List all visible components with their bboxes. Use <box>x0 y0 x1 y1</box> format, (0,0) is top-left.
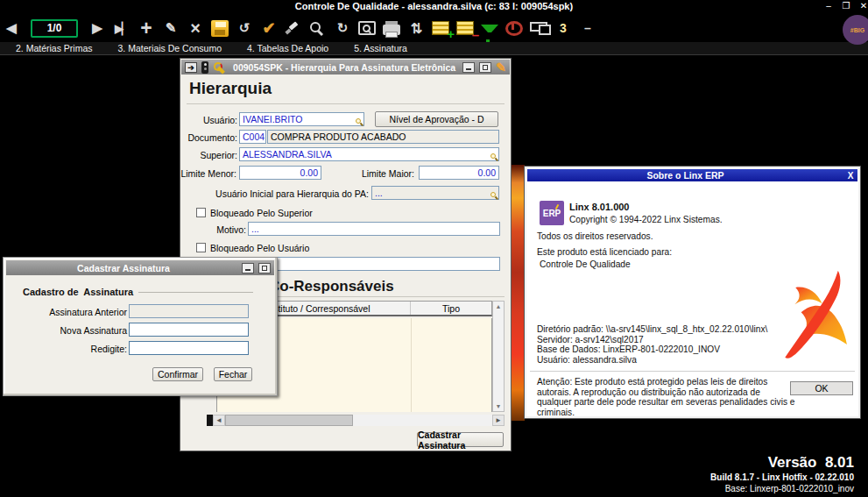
lookup-icon[interactable] <box>490 153 498 161</box>
about-close-button[interactable]: X <box>843 171 857 181</box>
nivel-aprovacao-button[interactable]: Nível de Aprovação - D <box>375 111 498 127</box>
window-minimize-button[interactable]: – <box>822 1 836 11</box>
about-titlebar[interactable]: Sobre o Linx ERP X <box>527 169 857 181</box>
print-icon[interactable] <box>383 25 400 35</box>
superior-field[interactable]: ALESSANDRA.SILVA <box>239 147 499 161</box>
session-count: 3 <box>554 17 572 39</box>
record-indicator <box>207 415 213 426</box>
remove-item-icon[interactable] <box>456 21 474 35</box>
scroll-up-icon[interactable]: ▲ <box>496 302 502 311</box>
cadastrar-titlebar[interactable]: Cadastrar Assinatura <box>6 260 274 275</box>
save-icon[interactable] <box>211 20 229 37</box>
nova-assinatura-label: Nova Assinatura <box>21 325 127 336</box>
lookup-icon[interactable] <box>490 192 498 200</box>
coresponsaveis-heading: Co-Responsáveis <box>269 278 394 295</box>
cadastrar-assinatura-button[interactable]: Cadastrar Assinatura <box>417 432 504 447</box>
usuario-field[interactable]: IVANEI.BRITO <box>239 112 364 126</box>
exit-icon[interactable]: ➔ <box>185 62 197 73</box>
motivo-field[interactable]: ... <box>248 222 500 236</box>
background-linx-logo-sliver <box>512 165 525 421</box>
scroll-down-icon[interactable]: ▼ <box>496 401 502 411</box>
heading-divider <box>187 103 505 104</box>
stop-icon[interactable] <box>505 21 523 36</box>
bloqueado-usuario-checkbox[interactable] <box>196 243 206 252</box>
wrench-icon[interactable] <box>213 61 226 74</box>
lookup-icon[interactable] <box>356 118 363 126</box>
dialog-maximize-button[interactable] <box>258 263 271 273</box>
assinatura-anterior-field <box>129 304 249 318</box>
tab-5[interactable]: 5. Assinatura <box>354 43 407 53</box>
screens-icon[interactable] <box>530 22 547 32</box>
limite-menor-field[interactable]: 0.00 <box>239 166 321 180</box>
documento-desc-field: COMPRA PRODUTO ACABADO <box>267 130 499 144</box>
toolbar-dash: – <box>579 17 596 39</box>
preview-icon[interactable] <box>358 21 376 35</box>
filter-icon[interactable] <box>481 25 498 32</box>
hierarchy-traffic-icon[interactable] <box>201 61 208 74</box>
rights-text: Todos os direitos reservados. <box>537 231 653 241</box>
about-divider <box>530 371 855 372</box>
base-text: Base: Linxerp-801-0222010_inov <box>710 484 854 493</box>
about-dialog: Sobre o Linx ERP X ERP Linx 8.01.000 Cop… <box>525 167 860 418</box>
tab-4[interactable]: 4. Tabelas De Apoio <box>247 43 328 53</box>
versao-text: Versão 8.01 <box>710 454 854 472</box>
app-window: Controle De Qualidade - alessandra.silva… <box>0 0 868 497</box>
revert-icon[interactable]: ↺ <box>236 17 253 39</box>
clear-brush-icon[interactable] <box>285 21 302 36</box>
server-text: Servidor: a-srv142\sql2017 <box>537 335 644 344</box>
delete-record-button[interactable]: × <box>187 17 204 39</box>
scroll-left-icon[interactable]: ◄ <box>213 415 225 426</box>
limite-maior-field[interactable]: 0.00 <box>419 166 499 180</box>
ok-button[interactable]: OK <box>790 381 853 395</box>
record-counter: 1/0 <box>31 19 78 38</box>
sort-az-icon[interactable]: ⇅ <box>407 17 425 39</box>
column-tipo[interactable]: Tipo <box>411 302 491 315</box>
add-record-button[interactable]: + <box>138 17 155 39</box>
scroll-right-icon[interactable]: ► <box>492 415 505 426</box>
nova-assinatura-field[interactable] <box>129 323 249 337</box>
cadastro-group: Cadastro de Assinatura <box>23 287 253 297</box>
fechar-button[interactable]: Fechar <box>214 367 252 381</box>
directory-text: Diretório padrão: \\a-srv145\linx_sql_8_… <box>537 324 767 334</box>
copyright-text: Copyright © 1994-2022 Linx Sistemas. <box>569 215 723 224</box>
motivo-usuario-field[interactable] <box>248 257 500 271</box>
redigite-field[interactable] <box>129 341 249 355</box>
table-horizontal-scrollbar[interactable]: ◄ ► <box>207 415 505 426</box>
first-record-button[interactable]: ◀ <box>3 17 20 39</box>
hierarquia-heading: Hierarquia <box>189 79 272 98</box>
search-icon[interactable] <box>309 21 327 36</box>
tab-3[interactable]: 3. Materiais De Consumo <box>118 43 222 53</box>
limite-menor-label: Limite Menor: <box>180 168 236 179</box>
scrollbar-track[interactable] <box>353 415 492 426</box>
tab-2[interactable]: 2. Matérias Primas <box>16 43 93 53</box>
confirmar-button[interactable]: Confirmar <box>152 367 203 381</box>
dialog-maximize-button[interactable] <box>479 62 491 73</box>
limite-maior-label: Limite Maior: <box>358 168 414 179</box>
bloqueado-superior-label: Bloqueado Pelo Superior <box>210 208 313 218</box>
edit-record-button[interactable]: ✎ <box>162 17 180 39</box>
refresh-icon[interactable]: ↻ <box>334 17 351 39</box>
bloqueado-superior-checkbox[interactable] <box>196 208 206 217</box>
add-item-icon[interactable] <box>432 21 449 35</box>
table-vertical-scrollbar[interactable]: ▲ ▼ <box>492 301 505 412</box>
edit-pencil-icon[interactable]: ✎ <box>496 60 506 75</box>
confirm-icon[interactable]: ✔ <box>260 17 278 39</box>
dialog-minimize-button[interactable] <box>462 62 475 73</box>
version-footer: Versão 8.01 Build 8.1.7 - Linx Hotfix - … <box>710 454 854 493</box>
build-text: Build 8.1.7 - Linx Hotfix - 02.22.010 <box>710 472 854 482</box>
next-record-button[interactable]: ▶ <box>88 17 106 39</box>
window-restore-button[interactable]: ❐ <box>839 1 853 11</box>
cadastrar-assinatura-dialog: Cadastrar Assinatura Cadastro de Assinat… <box>3 257 278 396</box>
hierarquia-titlebar[interactable]: ➔ 009054SPK - Hierarquia Para Assinatura… <box>181 60 510 75</box>
usuario-inicial-field[interactable]: ... <box>371 186 499 200</box>
documento-code-field[interactable]: C004 <box>239 130 266 144</box>
last-record-button[interactable]: ▶▏ <box>113 17 131 39</box>
superior-label: Superior: <box>185 150 237 160</box>
usuario-label: Usuário: <box>185 115 237 125</box>
scrollbar-thumb[interactable] <box>225 415 353 426</box>
user-text: Usuário: alessandra.silva <box>537 355 637 365</box>
dialog-minimize-button[interactable] <box>242 263 254 273</box>
window-title: Controle De Qualidade - alessandra.silva… <box>0 0 868 14</box>
window-close-button[interactable]: ✕ <box>857 1 868 11</box>
licensee-name: Controle De Qualidade <box>540 259 631 269</box>
